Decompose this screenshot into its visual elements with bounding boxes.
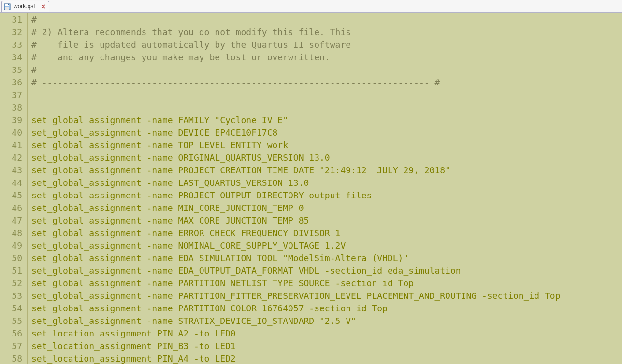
line-number: 35 — [0, 64, 27, 76]
code-line[interactable]: set_global_assignment -name LAST_QUARTUS… — [31, 177, 622, 189]
close-icon[interactable] — [41, 4, 46, 9]
line-number: 44 — [0, 177, 27, 189]
svg-rect-2 — [5, 7, 9, 10]
code-line[interactable] — [31, 89, 622, 101]
line-number: 56 — [0, 327, 27, 340]
line-number: 46 — [0, 202, 27, 214]
line-number: 58 — [0, 352, 27, 364]
code-line[interactable] — [31, 101, 622, 114]
code-line[interactable]: set_global_assignment -name STRATIX_DEVI… — [31, 315, 622, 327]
line-number: 42 — [0, 152, 27, 164]
code-editor[interactable]: 3132333435363738394041424344454647484950… — [0, 13, 622, 364]
code-line[interactable]: set_global_assignment -name NOMINAL_CORE… — [31, 239, 622, 252]
code-line[interactable]: set_global_assignment -name EDA_OUTPUT_D… — [31, 265, 622, 277]
line-number: 34 — [0, 51, 27, 64]
file-tab-label: work.qsf — [13, 3, 36, 11]
line-number: 33 — [0, 39, 27, 51]
code-line[interactable]: # file is updated automatically by the Q… — [31, 39, 622, 51]
line-number: 52 — [0, 277, 27, 290]
line-number: 40 — [0, 126, 27, 139]
line-number-gutter: 3132333435363738394041424344454647484950… — [0, 13, 28, 364]
code-line[interactable]: set_global_assignment -name PARTITION_FI… — [31, 290, 622, 302]
code-line[interactable]: # — [31, 64, 622, 76]
code-line[interactable]: set_global_assignment -name FAMILY "Cycl… — [31, 114, 622, 126]
code-line[interactable]: set_location_assignment PIN_A4 -to LED2 — [31, 352, 622, 364]
line-number: 32 — [0, 26, 27, 39]
code-line[interactable]: set_global_assignment -name DEVICE EP4CE… — [31, 126, 622, 139]
line-number: 37 — [0, 89, 27, 101]
line-number: 41 — [0, 139, 27, 152]
code-line[interactable]: set_global_assignment -name PARTITION_CO… — [31, 302, 622, 315]
code-line[interactable]: # 2) Altera recommends that you do not m… — [31, 26, 622, 39]
editor-window: work.qsf 3132333435363738394041424344454… — [0, 0, 622, 364]
code-area[interactable]: ## 2) Altera recommends that you do not … — [28, 13, 622, 364]
line-number: 50 — [0, 252, 27, 265]
svg-rect-3 — [8, 4, 9, 5]
line-number: 57 — [0, 340, 27, 352]
code-line[interactable]: set_location_assignment PIN_B3 -to LED1 — [31, 340, 622, 352]
line-number: 51 — [0, 265, 27, 277]
code-line[interactable]: # and any changes you make may be lost o… — [31, 51, 622, 64]
line-number: 47 — [0, 214, 27, 227]
save-disk-icon — [4, 3, 11, 10]
code-line[interactable]: set_global_assignment -name ORIGINAL_QUA… — [31, 152, 622, 164]
line-number: 48 — [0, 227, 27, 239]
code-line[interactable]: set_global_assignment -name PARTITION_NE… — [31, 277, 622, 290]
code-line[interactable]: set_location_assignment PIN_A2 -to LED0 — [31, 327, 622, 340]
code-line[interactable]: set_global_assignment -name TOP_LEVEL_EN… — [31, 139, 622, 152]
line-number: 43 — [0, 164, 27, 177]
line-number: 36 — [0, 76, 27, 89]
line-number: 31 — [0, 14, 27, 26]
code-line[interactable]: # --------------------------------------… — [31, 76, 622, 89]
code-line[interactable]: set_global_assignment -name ERROR_CHECK_… — [31, 227, 622, 239]
line-number: 49 — [0, 239, 27, 252]
file-tab[interactable]: work.qsf — [1, 1, 49, 12]
code-line[interactable]: set_global_assignment -name MAX_CORE_JUN… — [31, 214, 622, 227]
line-number: 39 — [0, 114, 27, 126]
code-line[interactable]: set_global_assignment -name MIN_CORE_JUN… — [31, 202, 622, 214]
tab-bar: work.qsf — [0, 0, 622, 13]
line-number: 53 — [0, 290, 27, 302]
code-line[interactable]: set_global_assignment -name EDA_SIMULATI… — [31, 252, 622, 265]
code-line[interactable]: set_global_assignment -name PROJECT_CREA… — [31, 164, 622, 177]
line-number: 55 — [0, 315, 27, 327]
code-line[interactable]: # — [31, 14, 622, 26]
line-number: 38 — [0, 101, 27, 114]
code-line[interactable]: set_global_assignment -name PROJECT_OUTP… — [31, 189, 622, 202]
line-number: 54 — [0, 302, 27, 315]
line-number: 45 — [0, 189, 27, 202]
